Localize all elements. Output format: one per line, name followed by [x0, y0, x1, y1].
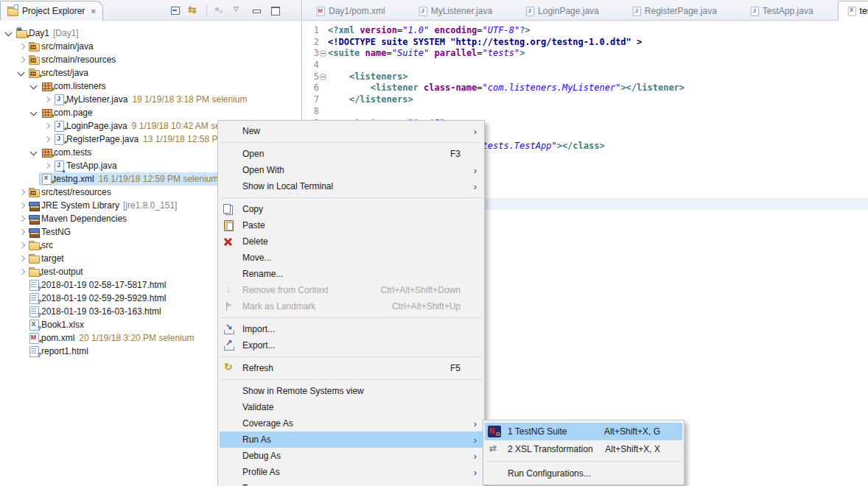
- menu-item-run-as[interactable]: Run As›: [220, 432, 483, 448]
- package-mod-icon: *: [41, 80, 52, 92]
- fold-marker-icon[interactable]: [319, 48, 328, 60]
- java-file-mod-icon: *: [53, 94, 65, 105]
- chevron-collapsed-icon[interactable]: [41, 120, 52, 132]
- package-mod-icon: *: [41, 107, 52, 119]
- menu-item-refresh[interactable]: RefreshF5: [220, 360, 483, 376]
- menu-item-label: Run As: [236, 434, 471, 445]
- view-close-icon[interactable]: ×: [91, 7, 95, 15]
- tab-mylistener-java[interactable]: MyListener.java: [410, 2, 499, 20]
- chevron-collapsed-icon[interactable]: [15, 186, 27, 198]
- submenu-arrow-icon: ›: [471, 434, 480, 446]
- tab-loginpage-java[interactable]: LoginPage.java: [517, 2, 606, 20]
- menu-item-open[interactable]: OpenF3: [220, 146, 483, 162]
- tree-item-src-test-java[interactable]: *src/test/java: [0, 66, 301, 80]
- tree-item-content: *pom.xml20 1/19/18 3:20 PM selenium: [27, 331, 197, 345]
- chevron-collapsed-icon[interactable]: [15, 213, 27, 225]
- chevron-expanded-icon[interactable]: [15, 67, 27, 79]
- view-menu-icon[interactable]: [232, 4, 244, 16]
- menu-item-show-in-local-terminal[interactable]: Show in Local Terminal›: [220, 178, 483, 194]
- menu-separator: [221, 142, 481, 143]
- menu-item-label: Open With: [236, 165, 471, 175]
- menu-item-2-xsl-transformation[interactable]: 2 XSL TransformationAlt+Shift+X, X: [485, 440, 682, 458]
- project-explorer-header: Project Explorer ×: [0, 0, 301, 21]
- project-explorer-view-tab[interactable]: Project Explorer ×: [0, 1, 103, 21]
- menu-item-team[interactable]: Team›: [220, 480, 483, 486]
- chevron-expanded-icon[interactable]: [3, 27, 15, 39]
- editor-tab-bar: Day1/pom.xmlMyListener.javaLoginPage.jav…: [303, 0, 868, 21]
- menu-item-copy[interactable]: Copy: [220, 201, 483, 217]
- menu-item-paste[interactable]: Paste: [220, 217, 483, 233]
- tree-item-day1[interactable]: M*Day1[Day1]: [0, 27, 301, 40]
- chevron-expanded-icon[interactable]: [28, 107, 40, 119]
- package-mod-icon: *: [41, 147, 52, 158]
- menu-item-shortcut: F5: [450, 363, 471, 373]
- tree-item-content: target: [27, 252, 67, 265]
- tab-day1-pom-xml[interactable]: Day1/pom.xml: [307, 2, 392, 20]
- menu-item-show-in-remote-systems-view[interactable]: Show in Remote Systems view: [220, 383, 483, 399]
- tree-item-content: *src/test/java: [27, 66, 91, 80]
- chevron-collapsed-icon[interactable]: [15, 253, 27, 264]
- menu-item-debug-as[interactable]: Debug As›: [220, 448, 483, 464]
- minimize-icon[interactable]: [251, 4, 262, 16]
- tab-testng-xml[interactable]: testng.xml×: [838, 1, 868, 21]
- project-explorer-icon: [7, 5, 18, 17]
- tree-item-content: Maven Dependencies: [27, 212, 130, 225]
- fold-marker-icon[interactable]: [319, 71, 328, 83]
- tree-item-src-main-java[interactable]: src/main/java: [0, 40, 301, 53]
- chevron-placeholder: [15, 345, 27, 357]
- java-icon: [525, 6, 535, 16]
- tree-item-label: TestNG: [40, 227, 71, 237]
- menu-item-label: Profile As: [236, 467, 471, 477]
- pom-icon: [315, 6, 326, 16]
- tab-label: testng.xml: [860, 6, 868, 16]
- link-with-editor-icon[interactable]: [188, 4, 200, 16]
- chevron-collapsed-icon[interactable]: [41, 94, 52, 105]
- chevron-collapsed-icon[interactable]: [15, 239, 27, 251]
- chevron-expanded-icon[interactable]: [28, 80, 40, 92]
- menu-item-import[interactable]: Import...: [220, 321, 483, 337]
- code-line: 6 <listener class-name="com.listeners.My…: [303, 82, 868, 94]
- menu-item-delete[interactable]: Delete: [220, 233, 483, 250]
- tree-item-content: *test-output: [27, 265, 86, 278]
- tree-item-com-listeners[interactable]: *com.listeners: [0, 80, 301, 93]
- menu-item-run-configurations[interactable]: Run Configurations...: [485, 465, 682, 482]
- tree-item-src-main-resources[interactable]: src/main/resources: [0, 53, 301, 66]
- menu-icon-placeholder: [223, 148, 236, 160]
- tree-item-label: 2018-01-19 02-58-17-5817.html: [40, 280, 166, 290]
- menu-icon-placeholder: [223, 268, 236, 280]
- menu-separator: [221, 197, 481, 198]
- menu-item-new[interactable]: New›: [220, 123, 483, 139]
- chevron-collapsed-icon[interactable]: [15, 266, 27, 278]
- menu-item-export[interactable]: Export...: [220, 337, 483, 353]
- html-file-icon: ?: [28, 279, 40, 291]
- menu-item-label: New: [236, 126, 471, 136]
- menu-item-open-with[interactable]: Open With›: [220, 162, 483, 178]
- chevron-collapsed-icon[interactable]: [15, 40, 27, 52]
- chevron-collapsed-icon[interactable]: [41, 160, 52, 172]
- menu-item-1-testng-suite[interactable]: 1 TestNG SuiteAlt+Shift+X, G: [485, 423, 682, 440]
- chevron-expanded-icon[interactable]: [28, 147, 40, 158]
- menu-icon-placeholder: [223, 180, 236, 192]
- delete-icon: [223, 236, 236, 247]
- line-number: 2: [303, 37, 319, 49]
- menu-item-mark-as-landmark: Mark as LandmarkCtrl+Alt+Shift+Up: [220, 298, 483, 314]
- chevron-collapsed-icon[interactable]: [15, 200, 27, 211]
- menu-item-move[interactable]: Move...: [220, 250, 483, 266]
- menu-item-rename[interactable]: Rename...: [220, 266, 483, 282]
- tree-item-com-page[interactable]: *com.page: [0, 106, 301, 119]
- menu-item-coverage-as[interactable]: Coverage As›: [220, 415, 483, 432]
- tree-item-mylistener-java[interactable]: *MyListener.java19 1/19/18 3:18 PM selen…: [0, 93, 301, 106]
- chevron-collapsed-icon[interactable]: [15, 226, 27, 238]
- chevron-collapsed-icon[interactable]: [15, 54, 27, 66]
- menu-item-profile-as[interactable]: Profile As›: [220, 464, 483, 480]
- tab-registerpage-java[interactable]: RegisterPage.java: [623, 2, 724, 20]
- menu-item-validate[interactable]: Validate: [220, 399, 483, 415]
- focus-icon[interactable]: [214, 4, 225, 16]
- maximize-icon[interactable]: [269, 4, 281, 16]
- chevron-collapsed-icon[interactable]: [41, 133, 52, 145]
- tab-label: MyListener.java: [431, 6, 492, 16]
- menu-icon-placeholder: [223, 434, 236, 446]
- collapse-all-icon[interactable]: [169, 4, 181, 16]
- tab-testapp-java[interactable]: TestApp.java: [741, 2, 820, 20]
- line-number: 8: [303, 106, 319, 118]
